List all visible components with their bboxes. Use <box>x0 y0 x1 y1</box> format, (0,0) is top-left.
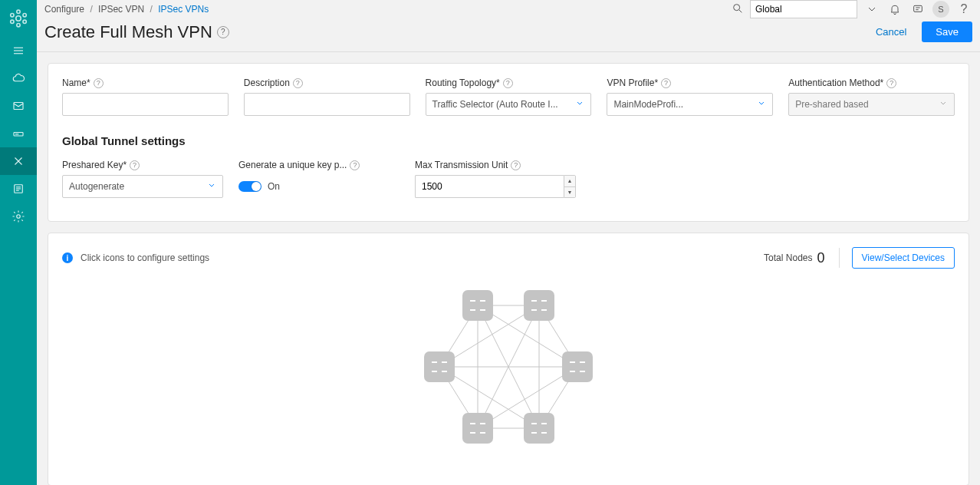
mail-icon[interactable] <box>0 92 37 120</box>
svg-rect-10 <box>14 103 23 110</box>
name-input[interactable] <box>62 93 229 116</box>
chevron-down-icon <box>207 181 216 193</box>
router-icon[interactable] <box>0 120 37 147</box>
node-icon[interactable] <box>562 351 593 382</box>
routing-value: Traffic Selector (Auto Route I... <box>432 99 558 110</box>
genkey-help-icon[interactable]: ? <box>350 160 360 170</box>
auth-group: Authentication Method*? Pre-shared based <box>788 78 955 116</box>
node-icon[interactable] <box>462 413 493 444</box>
description-help-icon[interactable]: ? <box>293 78 303 88</box>
cancel-button[interactable]: Cancel <box>871 25 911 38</box>
genkey-group: Generate a unique key p...? On <box>238 160 400 198</box>
svg-point-13 <box>18 134 18 134</box>
profile-select[interactable]: MainModeProfi... <box>607 93 773 116</box>
view-devices-button[interactable]: View/Select Devices <box>852 247 955 269</box>
description-group: Description? <box>244 78 410 116</box>
svg-point-4 <box>23 14 26 17</box>
main-area: Configure / IPSec VPN / IPSec VPNs S ? C… <box>37 0 980 485</box>
genkey-label: Generate a unique key p... <box>238 160 347 170</box>
genkey-toggle[interactable] <box>238 181 261 192</box>
psk-label: Preshared Key* <box>62 160 127 170</box>
comment-icon[interactable] <box>909 1 926 18</box>
tools-icon[interactable] <box>0 147 37 175</box>
svg-rect-46 <box>524 290 554 321</box>
svg-rect-61 <box>462 413 493 444</box>
psk-group: Preshared Key*? Autogenerate <box>62 160 223 198</box>
top-bar: Configure / IPSec VPN / IPSec VPNs S ? <box>37 0 980 18</box>
profile-group: VPN Profile*? MainModeProfi... <box>607 78 773 116</box>
help-icon[interactable]: ? <box>955 1 972 18</box>
bell-icon[interactable] <box>886 1 903 18</box>
app-logo <box>0 0 37 37</box>
content: Name*? Description? Routing Topology*? T… <box>37 52 980 485</box>
description-input[interactable] <box>244 93 410 116</box>
topology-panel: i Click icons to configure settings Tota… <box>48 233 969 485</box>
cloud-icon[interactable] <box>0 64 37 92</box>
node-icon[interactable] <box>424 351 455 382</box>
mtu-label: Max Transmission Unit <box>415 160 508 170</box>
profile-help-icon[interactable]: ? <box>661 78 671 88</box>
routing-select[interactable]: Traffic Selector (Auto Route I... <box>426 93 592 116</box>
breadcrumb-sep: / <box>150 4 152 15</box>
svg-point-5 <box>11 20 14 23</box>
svg-rect-21 <box>914 5 922 12</box>
description-label: Description <box>244 78 290 88</box>
save-button[interactable]: Save <box>922 21 972 42</box>
info-icon: i <box>62 252 73 263</box>
psk-select[interactable]: Autogenerate <box>62 175 223 198</box>
topology-diagram <box>62 278 955 467</box>
breadcrumb-sep: / <box>90 4 92 15</box>
svg-point-2 <box>17 24 20 27</box>
auth-help-icon[interactable]: ? <box>886 78 896 88</box>
chevron-down-icon <box>939 99 948 111</box>
info-text: Click icons to configure settings <box>81 252 209 263</box>
menu-icon[interactable] <box>0 37 37 64</box>
mtu-up-button[interactable]: ▲ <box>564 176 575 187</box>
svg-line-20 <box>739 10 742 12</box>
svg-rect-51 <box>424 351 455 382</box>
title-row: Create Full Mesh VPN ? Cancel Save <box>37 18 980 52</box>
user-avatar[interactable]: S <box>932 1 949 18</box>
total-nodes-label: Total Nodes <box>764 252 812 263</box>
routing-group: Routing Topology*? Traffic Selector (Aut… <box>426 78 592 116</box>
settings-icon[interactable] <box>0 203 37 230</box>
left-sidebar <box>0 0 37 485</box>
name-help-icon[interactable]: ? <box>94 78 104 88</box>
auth-select: Pre-shared based <box>788 93 955 116</box>
chevron-down-icon <box>575 99 584 111</box>
node-icon[interactable] <box>524 290 554 321</box>
name-group: Name*? <box>62 78 229 116</box>
svg-point-6 <box>23 20 26 23</box>
svg-point-19 <box>734 4 740 10</box>
name-label: Name* <box>62 78 90 88</box>
node-icon[interactable] <box>524 413 554 444</box>
routing-help-icon[interactable]: ? <box>503 78 513 88</box>
mtu-stepper: ▲ ▼ <box>415 175 576 198</box>
breadcrumb-item[interactable]: Configure <box>44 4 84 15</box>
mtu-down-button[interactable]: ▼ <box>564 187 575 198</box>
form-panel: Name*? Description? Routing Topology*? T… <box>48 63 969 222</box>
psk-help-icon[interactable]: ? <box>130 160 140 170</box>
org-input[interactable] <box>750 0 857 18</box>
mtu-help-icon[interactable]: ? <box>511 160 521 170</box>
profile-label: VPN Profile* <box>607 78 658 88</box>
svg-point-1 <box>17 10 20 13</box>
list-icon[interactable] <box>0 175 37 203</box>
svg-rect-56 <box>562 351 593 382</box>
svg-point-18 <box>17 215 21 219</box>
mtu-group: Max Transmission Unit? ▲ ▼ <box>415 160 576 198</box>
svg-point-0 <box>16 16 21 21</box>
mtu-input[interactable] <box>415 175 564 198</box>
total-nodes-value: 0 <box>817 250 824 266</box>
svg-point-12 <box>16 134 17 134</box>
search-icon[interactable] <box>732 2 744 17</box>
svg-point-3 <box>11 14 14 17</box>
title-help-icon[interactable]: ? <box>217 26 229 38</box>
breadcrumb-current[interactable]: IPSec VPNs <box>158 4 209 15</box>
breadcrumb-item[interactable]: IPSec VPN <box>98 4 144 15</box>
routing-label: Routing Topology* <box>426 78 500 88</box>
psk-value: Autogenerate <box>69 181 124 192</box>
profile-value: MainModeProfi... <box>613 99 683 110</box>
node-icon[interactable] <box>462 290 493 321</box>
chevron-down-icon[interactable] <box>863 1 880 18</box>
